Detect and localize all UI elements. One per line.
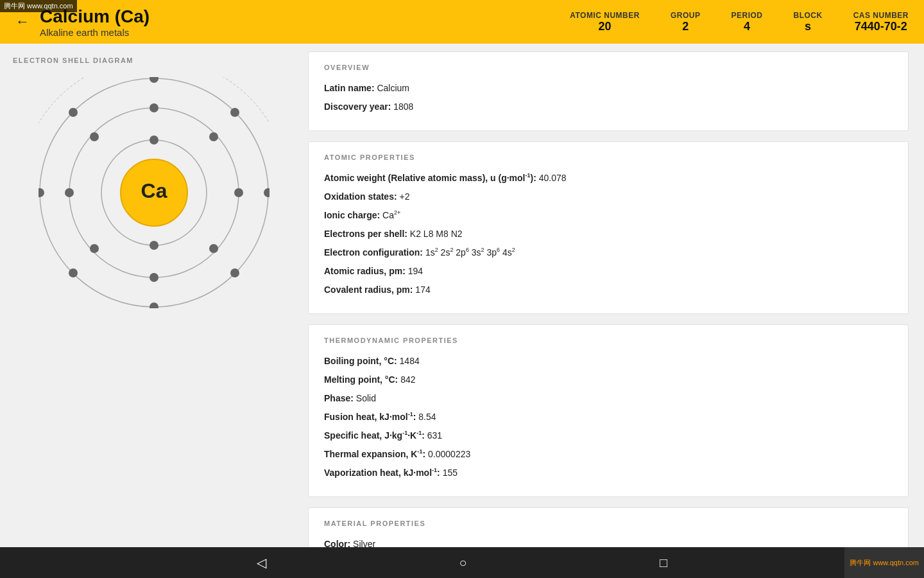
electron-config-key: Electron configuration: xyxy=(324,247,425,258)
thermodynamic-title: THERMODYNAMIC PROPERTIES xyxy=(324,337,893,344)
phase-value: Solid xyxy=(356,393,376,403)
main-content: ELECTRON SHELL DIAGRAM Ca xyxy=(0,44,924,547)
cas-label: CAS NUMBER xyxy=(853,11,909,20)
svg-point-12 xyxy=(65,188,74,197)
specific-heat-key: Specific heat, J·kg-1·K-1: xyxy=(324,430,427,441)
phase-key: Phase: xyxy=(324,393,356,403)
atomic-card: ATOMIC PROPERTIES Atomic weight (Relativ… xyxy=(308,141,909,314)
group-label: GROUP xyxy=(671,11,701,20)
material-card: MATERIAL PROPERTIES Color: Silver xyxy=(308,507,909,547)
left-panel: ELECTRON SHELL DIAGRAM Ca xyxy=(0,44,308,547)
fusion-heat-row: Fusion heat, kJ·mol-1: 8.54 xyxy=(324,410,893,424)
svg-point-19 xyxy=(150,302,158,308)
bottom-watermark: 腾牛网 www.qqtn.com xyxy=(844,547,924,578)
atomic-number-label: ATOMIC NUMBER xyxy=(570,11,640,20)
fusion-heat-key: Fusion heat, kJ·mol-1: xyxy=(324,412,418,422)
back-nav-button[interactable]: ◁ xyxy=(257,555,266,570)
block-label: BLOCK xyxy=(793,11,822,20)
svg-point-20 xyxy=(69,268,78,277)
vaporization-heat-value: 155 xyxy=(443,468,458,478)
ionic-charge-key: Ionic charge: xyxy=(324,210,382,220)
group-block: GROUP 2 xyxy=(671,11,701,33)
svg-text:Ca: Ca xyxy=(141,179,167,202)
oxidation-key: Oxidation states: xyxy=(324,191,399,202)
electrons-per-shell-row: Electrons per shell: K2 L8 M8 N2 xyxy=(324,227,893,241)
oxidation-row: Oxidation states: +2 xyxy=(324,190,893,204)
svg-point-9 xyxy=(209,244,218,253)
vaporization-heat-key: Vaporization heat, kJ·mol-1: xyxy=(324,468,443,478)
color-value: Silver xyxy=(353,539,375,547)
atomic-title: ATOMIC PROPERTIES xyxy=(324,153,893,161)
discovery-year-value: 1808 xyxy=(393,101,413,112)
element-name: Calcium (Ca) xyxy=(40,6,570,28)
home-nav-button[interactable]: ○ xyxy=(459,556,466,570)
svg-point-16 xyxy=(230,108,239,117)
covalent-radius-row: Covalent radius, pm: 174 xyxy=(324,283,893,297)
electron-diagram: Ca xyxy=(13,77,295,308)
bottom-watermark-text: 腾牛网 www.qqtn.com xyxy=(850,558,919,568)
latin-name-key: Latin name: xyxy=(324,83,377,93)
svg-point-8 xyxy=(234,188,243,197)
watermark-top: 腾牛网 www.qqtn.com xyxy=(0,0,77,12)
specific-heat-row: Specific heat, J·kg-1·K-1: 631 xyxy=(324,429,893,442)
svg-point-17 xyxy=(264,188,270,197)
covalent-radius-value: 174 xyxy=(415,285,430,295)
atomic-weight-value: 40.078 xyxy=(539,173,567,183)
electron-shell-svg: Ca xyxy=(38,77,270,308)
back-button[interactable]: ← xyxy=(15,13,30,30)
boiling-point-value: 1484 xyxy=(400,356,420,366)
atomic-weight-row: Atomic weight (Relative atomic mass), u … xyxy=(324,171,893,185)
svg-point-7 xyxy=(209,132,218,141)
covalent-radius-key: Covalent radius, pm: xyxy=(324,285,415,295)
header: 腾牛网 www.qqtn.com ← Calcium (Ca) Alkaline… xyxy=(0,0,924,44)
specific-heat-value: 631 xyxy=(427,430,442,441)
latin-name-row: Latin name: Calcium xyxy=(324,82,893,95)
electrons-per-shell-value: K2 L8 M8 N2 xyxy=(410,229,463,239)
right-panel[interactable]: OVERVIEW Latin name: Calcium Discovery y… xyxy=(308,44,924,547)
meta-block: ATOMIC NUMBER 20 GROUP 2 PERIOD 4 BLOCK … xyxy=(570,11,909,33)
period-block: PERIOD 4 xyxy=(731,11,762,33)
material-title: MATERIAL PROPERTIES xyxy=(324,520,893,527)
atomic-radius-key: Atomic radius, pm: xyxy=(324,266,408,276)
svg-point-15 xyxy=(150,77,158,83)
svg-point-21 xyxy=(38,188,44,197)
discovery-year-key: Discovery year: xyxy=(324,101,393,112)
atomic-radius-row: Atomic radius, pm: 194 xyxy=(324,265,893,278)
title-block: Calcium (Ca) Alkaline earth metals xyxy=(40,6,570,39)
recent-nav-button[interactable]: □ xyxy=(660,556,667,570)
fusion-heat-value: 8.54 xyxy=(418,412,436,422)
melting-point-key: Melting point, °C: xyxy=(324,374,400,385)
electron-config-value: 1s2 2s2 2p6 3s2 3p6 4s2 xyxy=(425,247,515,258)
discovery-year-row: Discovery year: 1808 xyxy=(324,100,893,114)
atomic-number-block: ATOMIC NUMBER 20 xyxy=(570,11,640,33)
diagram-label: ELECTRON SHELL DIAGRAM xyxy=(13,57,295,64)
atomic-weight-key: Atomic weight (Relative atomic mass), u … xyxy=(324,173,539,183)
cas-block: CAS NUMBER 7440-70-2 xyxy=(853,11,909,33)
svg-point-4 xyxy=(150,241,158,250)
period-value: 4 xyxy=(731,20,762,33)
bottom-nav: ◁ ○ □ xyxy=(0,547,924,578)
oxidation-value: +2 xyxy=(399,191,409,202)
overview-title: OVERVIEW xyxy=(324,64,893,71)
electrons-per-shell-key: Electrons per shell: xyxy=(324,229,410,239)
svg-point-10 xyxy=(150,273,158,282)
svg-point-13 xyxy=(90,132,99,141)
svg-point-6 xyxy=(150,103,158,112)
overview-card: OVERVIEW Latin name: Calcium Discovery y… xyxy=(308,51,909,131)
svg-point-22 xyxy=(69,108,78,117)
thermodynamic-card: THERMODYNAMIC PROPERTIES Boiling point, … xyxy=(308,324,909,497)
svg-point-11 xyxy=(90,244,99,253)
atomic-radius-value: 194 xyxy=(408,266,423,276)
vaporization-heat-row: Vaporization heat, kJ·mol-1: 155 xyxy=(324,466,893,480)
svg-point-3 xyxy=(150,136,158,144)
electron-config-row: Electron configuration: 1s2 2s2 2p6 3s2 … xyxy=(324,246,893,259)
color-row: Color: Silver xyxy=(324,538,893,547)
atomic-number-value: 20 xyxy=(570,20,640,33)
cas-value: 7440-70-2 xyxy=(853,20,909,33)
thermal-expansion-key: Thermal expansion, K-1: xyxy=(324,449,428,459)
ionic-charge-value: Ca2+ xyxy=(382,210,400,220)
thermal-expansion-row: Thermal expansion, K-1: 0.0000223 xyxy=(324,448,893,461)
melting-point-row: Melting point, °C: 842 xyxy=(324,373,893,387)
ionic-charge-row: Ionic charge: Ca2+ xyxy=(324,209,893,222)
svg-point-18 xyxy=(230,268,239,277)
